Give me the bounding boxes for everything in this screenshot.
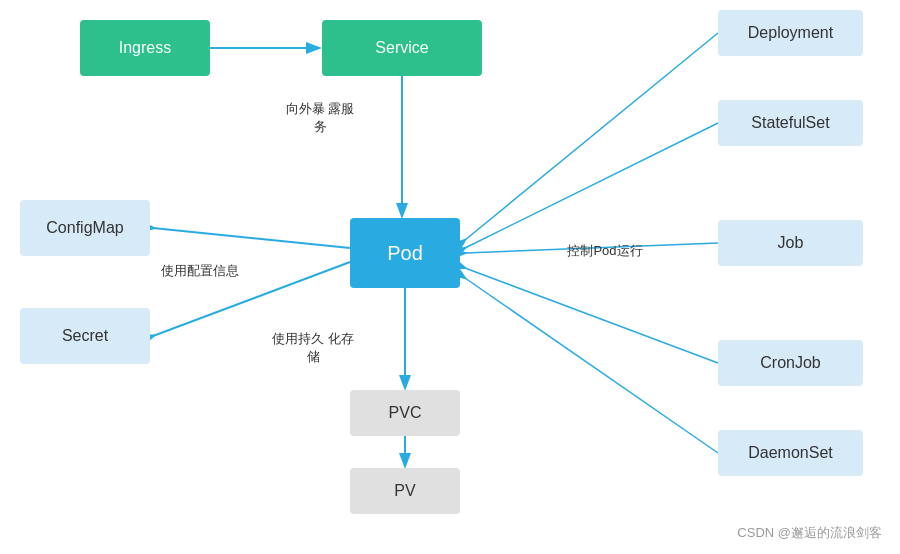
watermark: CSDN @邂逅的流浪剑客 (737, 524, 882, 542)
pvc-box: PVC (350, 390, 460, 436)
svg-line-7 (465, 123, 718, 248)
statefulset-box: StatefulSet (718, 100, 863, 146)
persistent-label: 使用持久 化存储 (272, 330, 354, 366)
cronjob-box: CronJob (718, 340, 863, 386)
ingress-box: Ingress (80, 20, 210, 76)
job-box: Job (718, 220, 863, 266)
service-box: Service (322, 20, 482, 76)
svg-line-9 (465, 268, 718, 363)
expose-label: 向外暴 露服务 (280, 100, 360, 136)
daemonset-box: DaemonSet (718, 430, 863, 476)
svg-line-6 (465, 33, 718, 240)
deployment-box: Deployment (718, 10, 863, 56)
svg-line-2 (153, 228, 350, 248)
configmap-box: ConfigMap (20, 200, 150, 256)
diagram: Ingress Service Pod ConfigMap Secret PVC… (0, 0, 900, 554)
secret-box: Secret (20, 308, 150, 364)
pv-box: PV (350, 468, 460, 514)
control-label: 控制Pod运行 (540, 242, 670, 260)
configinfo-label: 使用配置信息 (150, 262, 250, 280)
pod-box: Pod (350, 218, 460, 288)
svg-line-10 (465, 278, 718, 453)
